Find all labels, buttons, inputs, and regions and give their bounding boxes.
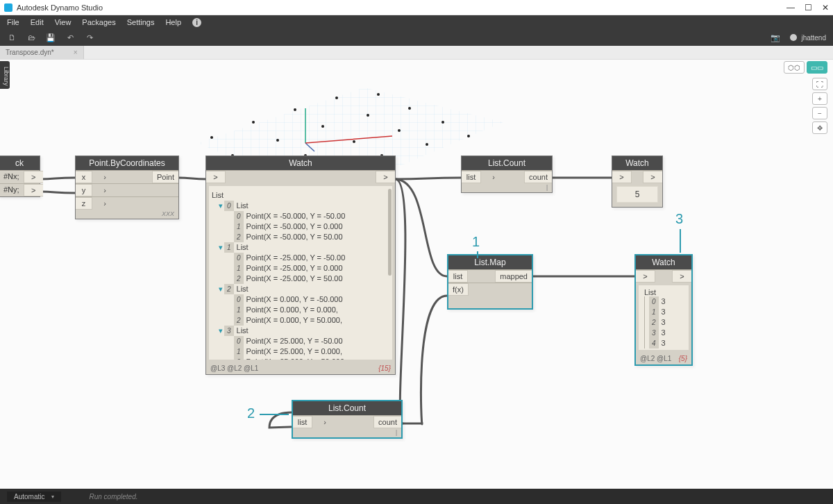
statusbar: Automatic ▾ Run completed. (0, 489, 833, 504)
watch-output: List0313233343 (639, 285, 689, 350)
menu-edit[interactable]: Edit (31, 18, 44, 26)
library-panel-toggle[interactable]: Library (0, 61, 10, 89)
input-port-z[interactable]: z (76, 197, 92, 210)
output-port[interactable]: > (643, 171, 662, 183)
graph-view-button[interactable]: ▭▭ (807, 61, 827, 74)
app-logo-icon (4, 3, 12, 12)
zoom-in-button[interactable]: + (812, 92, 827, 105)
output-port-point[interactable]: Point (152, 171, 178, 183)
username-label: jhattend (801, 34, 826, 42)
undo-icon[interactable]: ↶ (65, 33, 75, 42)
input-port-list[interactable]: list (462, 171, 481, 183)
svg-line-3 (305, 136, 392, 143)
node-list-count-top[interactable]: List.Count list › count | (461, 156, 553, 193)
watch-value: 5 (616, 186, 658, 203)
menu-settings[interactable]: Settings (127, 18, 155, 26)
document-tab[interactable]: Transpose.dyn* × (0, 46, 84, 59)
graph-canvas[interactable]: Library ⬡⬡ ▭▭ ⛶ + − ✥ (0, 60, 833, 489)
run-mode-label: Automatic (14, 493, 44, 501)
zoom-out-button[interactable]: − (812, 107, 827, 119)
app-title: Autodesk Dynamo Studio (17, 3, 786, 12)
lacing-toggle[interactable]: › (323, 418, 326, 426)
titlebar: Autodesk Dynamo Studio — ☐ ✕ (0, 0, 833, 15)
camera-icon[interactable]: 📷 (771, 33, 780, 42)
svg-point-17 (398, 129, 401, 132)
watch-footer: @L2 @L1 {5} (636, 353, 691, 364)
menu-help[interactable]: Help (165, 18, 181, 26)
node-title: List.Count (293, 401, 401, 415)
input-port-y[interactable]: y (76, 184, 92, 196)
pan-button[interactable]: ✥ (812, 121, 827, 134)
input-port-list[interactable]: list (293, 416, 312, 428)
input-port[interactable]: > (636, 270, 655, 283)
level-labels: @L2 @L1 (640, 355, 671, 362)
svg-point-13 (408, 107, 411, 110)
item-count: {5} (679, 355, 687, 362)
input-port-fx[interactable]: f(x) (448, 283, 469, 296)
menu-packages[interactable]: Packages (82, 18, 115, 26)
node-list-count-bottom[interactable]: List.Count list › count | (292, 400, 403, 439)
avatar-icon (790, 34, 797, 41)
svg-point-4 (210, 136, 213, 139)
node-title: Watch (206, 156, 395, 170)
zoom-fit-button[interactable]: ⛶ (812, 78, 827, 90)
input-port-list[interactable]: list (448, 270, 468, 283)
save-icon[interactable]: 💾 (46, 33, 56, 42)
lacing-indicator: XXX (76, 210, 178, 219)
node-title: List.Map (448, 255, 532, 269)
lacing-toggle[interactable]: › (103, 173, 106, 181)
lacing-toggle[interactable]: › (492, 173, 495, 181)
node-title: Point.ByCoordinates (76, 156, 178, 170)
minimize-button[interactable]: — (786, 3, 795, 12)
node-title: ck (0, 156, 40, 170)
input-port-x[interactable]: x (76, 171, 92, 183)
geometry-view-button[interactable]: ⬡⬡ (784, 61, 805, 74)
node-title: Watch (612, 156, 662, 170)
new-file-icon[interactable]: 🗋 (7, 33, 17, 42)
zoom-controls: ⛶ + − ✥ (812, 78, 827, 134)
close-button[interactable]: ✕ (822, 3, 829, 12)
node-watch-small[interactable]: Watch > > 5 (612, 156, 663, 208)
menubar: File Edit View Packages Settings Help i (0, 15, 833, 29)
output-port[interactable]: > (672, 270, 691, 283)
lacing-toggle[interactable]: › (103, 199, 106, 208)
annotation-2: 2 (247, 405, 255, 421)
node-list-map[interactable]: List.Map list mapped f(x) (447, 254, 533, 310)
lacing-toggle[interactable]: › (103, 186, 106, 194)
svg-point-11 (321, 125, 324, 128)
open-file-icon[interactable]: 🗁 (26, 33, 36, 42)
user-account[interactable]: jhattend (790, 34, 826, 42)
svg-point-22 (426, 143, 428, 146)
output-port-count[interactable]: count (524, 171, 552, 183)
redo-icon[interactable]: ↷ (85, 33, 94, 42)
annotation-line (477, 251, 478, 258)
dropdown-icon: ▾ (51, 494, 54, 500)
node-title: List.Count (462, 156, 552, 170)
output-port-count[interactable]: count (373, 416, 401, 428)
annotation-3: 3 (675, 211, 683, 227)
node-watch-list[interactable]: Watch > > List0313233343 @L2 @L1 {5} (634, 254, 693, 366)
output-port-mapped[interactable]: mapped (495, 270, 532, 283)
output-port[interactable]: > (24, 184, 43, 196)
node-point-bycoordinates[interactable]: Point.ByCoordinates x › Point y › z › XX… (75, 156, 179, 219)
annotation-line (260, 414, 289, 415)
level-labels: @L3 @L2 @L1 (210, 364, 258, 372)
svg-point-16 (353, 140, 355, 143)
node-watch-large[interactable]: Watch > > List▾0List0Point(X = -50.000, … (205, 156, 396, 375)
code-line: #Ny; (0, 184, 24, 196)
menu-view[interactable]: View (55, 18, 71, 26)
tab-close-icon[interactable]: × (74, 49, 78, 56)
output-port[interactable]: > (376, 171, 395, 183)
run-mode-selector[interactable]: Automatic ▾ (7, 492, 61, 502)
node-codeblock[interactable]: ck #Nx; > #Ny; > (0, 156, 40, 197)
info-icon[interactable]: i (192, 18, 201, 27)
input-port[interactable]: > (206, 171, 226, 183)
svg-point-12 (367, 114, 369, 117)
scrollbar[interactable] (388, 189, 392, 276)
output-port[interactable]: > (24, 171, 43, 183)
svg-point-23 (467, 135, 470, 137)
menu-file[interactable]: File (7, 18, 19, 26)
input-port[interactable]: > (612, 171, 632, 183)
tabstrip: Transpose.dyn* × (0, 46, 833, 60)
maximize-button[interactable]: ☐ (805, 3, 812, 12)
